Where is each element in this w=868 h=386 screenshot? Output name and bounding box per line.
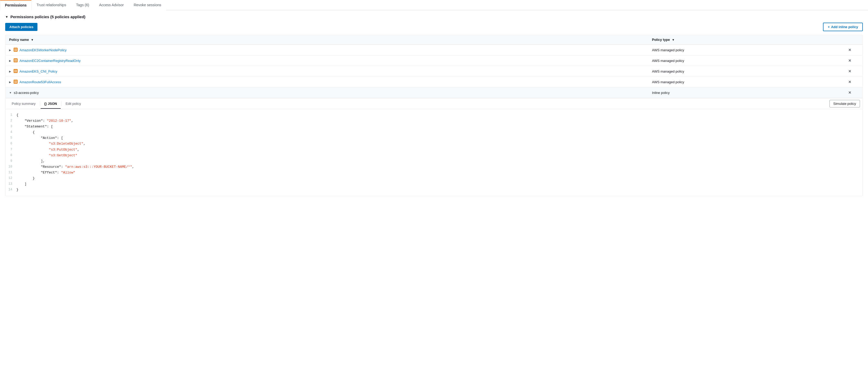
tab-separator-2 [61, 101, 61, 106]
svg-rect-17 [16, 81, 17, 82]
line-content: "Effect": "Allow" [17, 170, 863, 175]
policy-name-link[interactable]: AmazonEC2ContainerRegistryReadOnly [20, 59, 81, 63]
policy-name-text: s3-access-policy [14, 91, 39, 95]
svg-rect-13 [14, 71, 16, 72]
code-line: 7 "s3:PutObject", [5, 147, 863, 153]
col-header-action [837, 35, 863, 45]
remove-policy-button[interactable]: ✕ [847, 90, 853, 95]
tab-tags[interactable]: Tags (6) [71, 0, 94, 10]
code-editor: 1 { 2 "Version": "2012-10-17", 3 "Statem… [5, 109, 863, 196]
svg-rect-7 [16, 59, 17, 60]
col-header-policy-name[interactable]: Policy name ▼ [5, 35, 648, 45]
section-collapse-arrow[interactable]: ▼ [5, 15, 8, 19]
policy-type-cell: Inline policy [648, 87, 837, 98]
svg-rect-16 [14, 81, 16, 82]
code-line: 12 } [5, 175, 863, 181]
sort-arrow-name: ▼ [31, 38, 34, 41]
policy-name-link[interactable]: AmazonEKSWorkerNodePolicy [20, 48, 67, 52]
code-line: 11 "Effect": "Allow" [5, 170, 863, 175]
code-line: 14 } [5, 187, 863, 193]
svg-rect-14 [16, 71, 17, 72]
line-content: "s3:PutObject", [17, 147, 863, 153]
svg-rect-5 [14, 59, 18, 62]
line-number: 3 [5, 124, 17, 129]
json-tab-policy-summary[interactable]: Policy summary [8, 99, 39, 109]
svg-rect-1 [14, 49, 16, 50]
tab-revoke-sessions[interactable]: Revoke sessions [129, 0, 166, 10]
sort-arrow-type: ▼ [672, 38, 675, 41]
attach-policies-button[interactable]: Attach policies [5, 23, 37, 31]
tab-permissions[interactable]: Permissions [0, 0, 31, 10]
plus-icon: + [828, 25, 830, 29]
svg-rect-10 [14, 69, 18, 73]
col-header-policy-type[interactable]: Policy type ▼ [648, 35, 837, 45]
remove-policy-button[interactable]: ✕ [847, 58, 853, 63]
table-header-row: Policy name ▼ Policy type ▼ [5, 35, 863, 45]
add-inline-label: Add inline policy [831, 25, 858, 29]
remove-policy-button[interactable]: ✕ [847, 47, 853, 53]
line-number: 14 [5, 187, 17, 192]
json-panel: Policy summary {} JSON Edit policy Simul… [5, 98, 863, 196]
code-line: 8 "s3:GetObject" [5, 153, 863, 158]
line-number: 6 [5, 141, 17, 146]
line-content: "s3:GetObject" [17, 153, 863, 158]
svg-rect-12 [16, 70, 17, 71]
svg-rect-3 [14, 50, 16, 51]
tab-access-advisor[interactable]: Access Advisor [94, 0, 129, 10]
line-content: "Version": "2012-10-17", [17, 118, 863, 124]
code-line: 2 "Version": "2012-10-17", [5, 118, 863, 124]
line-content: "Statement": [ [17, 124, 863, 130]
policy-type-cell: AWS managed policy [648, 66, 837, 77]
line-number: 2 [5, 118, 17, 123]
tab-trust-relationships[interactable]: Trust relationships [31, 0, 71, 10]
line-content: "s3:DeleteObject", [17, 141, 863, 147]
svg-rect-9 [16, 61, 17, 62]
line-number: 10 [5, 164, 17, 169]
line-number: 13 [5, 181, 17, 187]
line-number: 12 [5, 175, 17, 181]
line-content: "Resource": "arn:aws:s3:::YOUR-BUCKET-NA… [17, 164, 863, 170]
policy-table: Policy name ▼ Policy type ▼ ▶ Amazo [5, 35, 863, 98]
table-row: ▶ AmazonEC2ContainerRegistryReadOnly AWS… [5, 55, 863, 66]
policy-name-link[interactable]: AmazonRoute53FullAccess [20, 80, 61, 84]
code-line: 13 ] [5, 181, 863, 187]
svg-rect-6 [14, 59, 16, 60]
line-content: } [17, 175, 863, 181]
json-tab-json[interactable]: {} JSON [40, 99, 61, 109]
row-expand-arrow[interactable]: ▶ [9, 81, 11, 84]
line-number: 9 [5, 158, 17, 164]
add-inline-policy-button[interactable]: + Add inline policy [823, 23, 863, 31]
remove-policy-button[interactable]: ✕ [847, 79, 853, 85]
line-number: 8 [5, 153, 17, 158]
row-expand-arrow[interactable]: ▶ [9, 70, 11, 73]
line-number: 11 [5, 170, 17, 175]
line-number: 4 [5, 130, 17, 135]
line-content: { [17, 112, 863, 118]
line-content: } [17, 187, 863, 193]
row-expand-arrow[interactable]: ▶ [9, 49, 11, 52]
table-row: ▶ AmazonEKSWorkerNodePolicy AWS managed … [5, 44, 863, 55]
section-header: ▼ Permissions policies (5 policies appli… [5, 14, 863, 19]
simulate-policy-button[interactable]: Simulate policy [830, 100, 860, 107]
svg-rect-0 [14, 48, 18, 52]
tab-separator-1 [40, 101, 40, 106]
json-tab-edit-policy[interactable]: Edit policy [62, 99, 85, 109]
line-content: ] [17, 181, 863, 187]
svg-rect-4 [16, 50, 17, 51]
svg-rect-8 [14, 61, 16, 62]
policy-type-cell: AWS managed policy [648, 55, 837, 66]
tab-bar: Permissions Trust relationships Tags (6)… [0, 0, 868, 10]
line-content: "Action": [ [17, 135, 863, 141]
table-row: ▶ AmazonRoute53FullAccess AWS managed po… [5, 77, 863, 87]
row-expand-arrow[interactable]: ▼ [9, 91, 12, 94]
svg-rect-18 [14, 82, 16, 83]
row-expand-arrow[interactable]: ▶ [9, 59, 11, 62]
code-line: 1 { [5, 112, 863, 118]
policy-name-link[interactable]: AmazonEKS_CNI_Policy [20, 69, 57, 73]
code-line: 9 ], [5, 158, 863, 164]
code-line: 4 { [5, 130, 863, 135]
code-line: 3 "Statement": [ [5, 124, 863, 130]
remove-policy-button[interactable]: ✕ [847, 69, 853, 74]
table-row: ▶ AmazonEKS_CNI_Policy AWS managed polic… [5, 66, 863, 77]
line-number: 1 [5, 112, 17, 118]
